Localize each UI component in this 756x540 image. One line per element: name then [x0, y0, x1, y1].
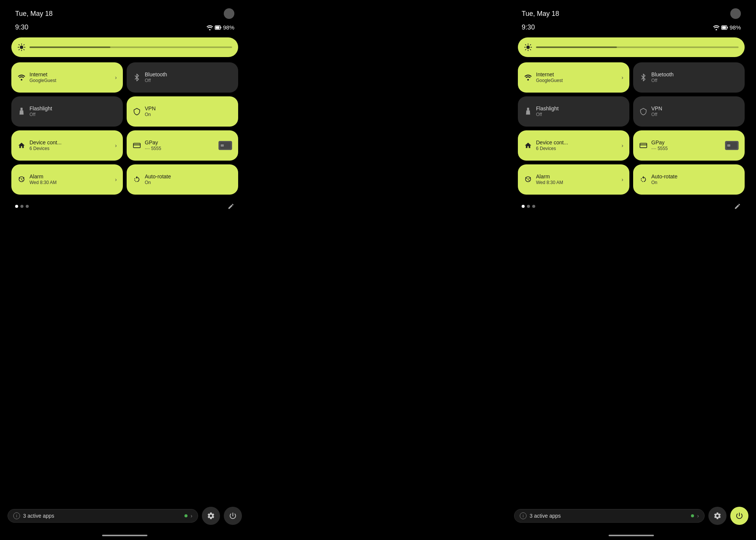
qs-tile-bluetooth-2[interactable]: Bluetooth Off: [633, 62, 745, 93]
internet-title: Internet: [29, 71, 111, 78]
qs-tile-device-1[interactable]: Device cont... 6 Devices ›: [11, 130, 123, 161]
phone-panel-2: Tue, May 18 9:30 98%: [507, 0, 756, 540]
phone-panel-1: Tue, May 18 9:30 98%: [0, 0, 249, 540]
brightness-track-2[interactable]: [536, 46, 739, 48]
battery-status-icon: [215, 25, 222, 30]
power-button-2[interactable]: [730, 507, 748, 525]
brightness-fill-1: [29, 46, 110, 48]
svg-rect-13: [722, 26, 726, 29]
alarm-subtitle: Wed 8:30 AM: [29, 180, 111, 186]
brightness-icon-2: [524, 43, 532, 51]
svg-rect-14: [727, 27, 728, 28]
rotate-icon: [133, 175, 141, 184]
qs-tile-vpn-1[interactable]: VPN On: [127, 96, 238, 127]
flashlight-title-2: Flashlight: [536, 105, 623, 112]
status-row2-1: 9:30 98%: [11, 22, 238, 37]
bluetooth-subtitle-2: Off: [651, 78, 739, 84]
dot-2[interactable]: [20, 205, 23, 208]
vpn-subtitle: On: [145, 112, 232, 118]
brightness-slider-2[interactable]: [518, 37, 745, 57]
alarm-tile-text: Alarm Wed 8:30 AM: [29, 173, 111, 186]
active-apps-pill-1[interactable]: i 3 active apps ›: [8, 509, 198, 523]
flashlight-tile-text-2: Flashlight Off: [536, 105, 623, 118]
dot-3[interactable]: [26, 205, 29, 208]
gpay-card-icon: [218, 141, 232, 150]
qs-tile-gpay-1[interactable]: GPay ···· 5555: [127, 130, 238, 161]
device-subtitle: 6 Devices: [29, 146, 111, 152]
bluetooth-subtitle: Off: [145, 78, 232, 84]
svg-point-0: [209, 29, 211, 30]
gpay-tile-text-2: GPay ···· 5555: [651, 139, 721, 152]
settings-button-1[interactable]: [202, 507, 220, 525]
gpay-subtitle-2: ···· 5555: [651, 146, 721, 152]
power-button-1[interactable]: [224, 507, 242, 525]
device-arrow-icon: ›: [115, 142, 117, 149]
home-icon-2: [524, 141, 532, 150]
qs-tile-autorotate-2[interactable]: Auto-rotate On: [633, 164, 745, 195]
vpn-title-2: VPN: [651, 105, 739, 112]
alarm-tile-text-2: Alarm Wed 8:30 AM: [536, 173, 618, 186]
status-date-1: Tue, May 18: [15, 10, 53, 18]
internet-tile-text-2: Internet GoogleGuest: [536, 71, 618, 84]
qs-grid-1: Internet GoogleGuest › Bluetooth Off: [11, 62, 238, 195]
status-bar-2: Tue, May 18: [518, 0, 745, 22]
svg-rect-10: [221, 144, 224, 147]
device-subtitle-2: 6 Devices: [536, 146, 618, 152]
qs-tile-alarm-2[interactable]: Alarm Wed 8:30 AM ›: [518, 164, 629, 195]
qs-tile-vpn-2[interactable]: VPN Off: [633, 96, 745, 127]
internet-title-2: Internet: [536, 71, 618, 78]
flashlight-icon: [17, 107, 26, 116]
status-time-1: 9:30: [15, 23, 28, 31]
bluetooth-title-2: Bluetooth: [651, 71, 739, 78]
edit-icon-2[interactable]: [734, 203, 741, 210]
info-icon-2: i: [520, 512, 527, 519]
vpn-tile-text-2: VPN Off: [651, 105, 739, 118]
camera-dot-1: [224, 8, 234, 19]
qs-tile-device-2[interactable]: Device cont... 6 Devices ›: [518, 130, 629, 161]
dot-2-1[interactable]: [522, 205, 525, 208]
card-icon-2: [639, 141, 648, 150]
vpn-title: VPN: [145, 105, 232, 112]
qs-tile-alarm-1[interactable]: Alarm Wed 8:30 AM ›: [11, 164, 123, 195]
autorotate-tile-text-2: Auto-rotate On: [651, 173, 739, 186]
bluetooth-icon: [133, 73, 141, 82]
internet-tile-text: Internet GoogleGuest: [29, 71, 111, 84]
autorotate-title: Auto-rotate: [145, 173, 232, 180]
edit-icon-1[interactable]: [228, 203, 234, 210]
gpay-title-2: GPay: [651, 139, 721, 146]
bluetooth-title: Bluetooth: [145, 71, 232, 78]
battery-percent-2: 98%: [730, 24, 741, 31]
dot-1[interactable]: [15, 205, 18, 208]
green-dot-2: [691, 514, 694, 517]
dot-2-3[interactable]: [532, 205, 535, 208]
autorotate-subtitle: On: [145, 180, 232, 186]
qs-tile-bluetooth-1[interactable]: Bluetooth Off: [127, 62, 238, 93]
brightness-slider-1[interactable]: [11, 37, 238, 57]
alarm-icon-2: [524, 175, 532, 184]
qs-tile-internet-1[interactable]: Internet GoogleGuest ›: [11, 62, 123, 93]
active-apps-text-1: 3 active apps: [23, 513, 181, 519]
gpay-tile-text: GPay ···· 5555: [145, 139, 215, 152]
pagination-row-1: [11, 198, 238, 214]
vpn-tile-text: VPN On: [145, 105, 232, 118]
qs-tile-autorotate-1[interactable]: Auto-rotate On: [127, 164, 238, 195]
device-tile-text-2: Device cont... 6 Devices: [536, 139, 618, 152]
device-arrow-icon-2: ›: [621, 142, 623, 149]
bluetooth-tile-text-2: Bluetooth Off: [651, 71, 739, 84]
apps-arrow-icon-2: ›: [697, 513, 699, 519]
card-icon: [133, 141, 141, 150]
brightness-track-1[interactable]: [29, 46, 232, 48]
internet-arrow-icon-2: ›: [621, 74, 623, 80]
qs-tile-gpay-2[interactable]: GPay ···· 5555: [633, 130, 745, 161]
active-apps-pill-2[interactable]: i 3 active apps ›: [514, 509, 705, 523]
settings-button-2[interactable]: [708, 507, 727, 525]
dot-2-2[interactable]: [527, 205, 530, 208]
qs-tile-internet-2[interactable]: Internet GoogleGuest ›: [518, 62, 629, 93]
qs-tile-flashlight-2[interactable]: Flashlight Off: [518, 96, 629, 127]
internet-subtitle: GoogleGuest: [29, 78, 111, 84]
rotate-icon-2: [639, 175, 648, 184]
gpay-title: GPay: [145, 139, 215, 146]
qs-tile-flashlight-1[interactable]: Flashlight Off: [11, 96, 123, 127]
camera-dot-2: [730, 8, 741, 19]
info-icon-1: i: [13, 512, 20, 519]
